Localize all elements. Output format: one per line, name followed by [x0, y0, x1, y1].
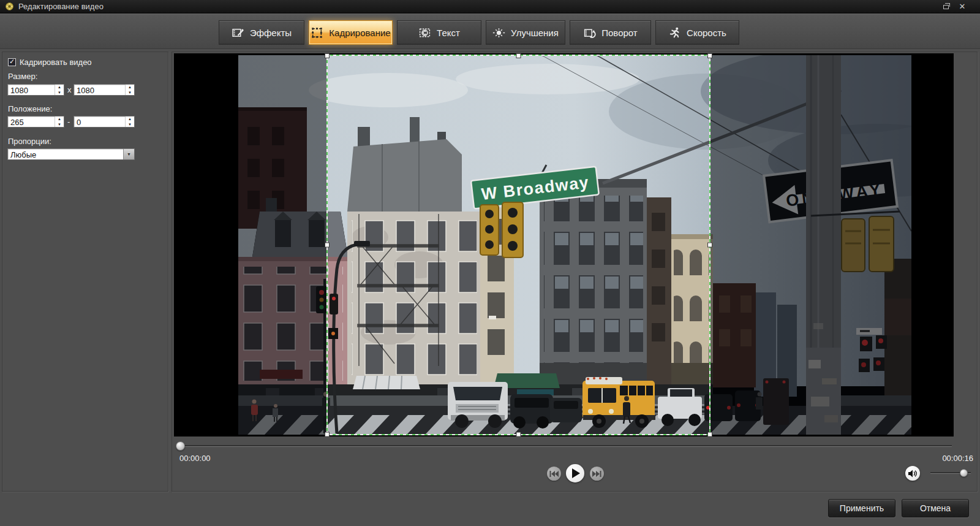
position-y-decrement[interactable]: ▼	[126, 122, 134, 128]
crop-handle-bottom-middle[interactable]	[516, 432, 521, 436]
tab-label: Кадрирование	[329, 28, 390, 38]
size-label: Размер:	[8, 72, 37, 81]
restore-button[interactable]	[941, 2, 952, 12]
position-y-value[interactable]: 0	[77, 118, 81, 127]
timeline-slider[interactable]	[178, 445, 952, 447]
crop-handle-right-middle[interactable]	[708, 243, 712, 247]
app-icon	[5, 2, 14, 11]
traffic-signals-center	[480, 202, 523, 257]
preview-panel: ONE WAY	[172, 51, 978, 492]
building-cream-right	[671, 234, 713, 384]
crop-handle-left-middle[interactable]	[325, 243, 330, 247]
crop-handle-top-left[interactable]	[325, 54, 330, 58]
building-white	[347, 117, 480, 386]
crop-width-spinner[interactable]: 1080 ▲ ▼	[7, 84, 64, 96]
video-frame: ONE WAY	[174, 53, 954, 436]
position-y-increment[interactable]: ▲	[126, 116, 134, 122]
crop-height-value[interactable]: 1080	[77, 86, 94, 95]
position-x-spinner[interactable]: 265 ▲ ▼	[7, 116, 64, 128]
crop-handle-top-middle[interactable]	[516, 54, 521, 58]
crop-height-decrement[interactable]: ▼	[126, 90, 134, 96]
skip-back-button[interactable]	[547, 467, 561, 481]
position-y-spinner[interactable]: 0 ▲ ▼	[74, 116, 135, 128]
tab-label: Скорость	[687, 28, 726, 38]
apply-button[interactable]: Применить	[828, 499, 895, 517]
crop-video-label: Кадрировать видео	[20, 58, 92, 67]
check-icon: ✓	[9, 58, 15, 66]
window-title: Редактирование видео	[18, 2, 104, 11]
building-stone	[540, 179, 647, 384]
position-x-decrement[interactable]: ▼	[55, 122, 64, 128]
crop-handle-top-right[interactable]	[708, 54, 712, 58]
tab-label: Поворот	[601, 28, 638, 38]
effects-icon	[232, 26, 244, 39]
crop-handle-bottom-left[interactable]	[325, 432, 330, 436]
crop-handle-bottom-right[interactable]	[708, 432, 712, 436]
crop-options-panel: ✓ Кадрировать видео Размер: 1080 ▲ ▼ x 1…	[2, 51, 168, 492]
play-icon	[572, 468, 581, 478]
current-time: 00:00:00	[179, 454, 211, 463]
video-preview: ONE WAY	[174, 53, 954, 436]
total-time: 00:00:16	[942, 454, 973, 463]
speed-icon	[668, 26, 681, 39]
crop-height-spinner[interactable]: 1080 ▲ ▼	[74, 84, 135, 96]
tab-label: Улучшения	[511, 28, 559, 38]
tab-label: Эффекты	[250, 28, 292, 38]
video-edit-window: Редактирование видео ✕ Эффекты	[0, 0, 980, 526]
skip-forward-icon	[592, 470, 601, 478]
tab-label: Текст	[437, 28, 460, 38]
tab-text[interactable]: Текст	[397, 20, 481, 45]
crop-video-checkbox[interactable]: ✓	[8, 58, 16, 66]
position-x-increment[interactable]: ▲	[55, 116, 64, 122]
crop-width-increment[interactable]: ▲	[55, 85, 64, 90]
proportions-label: Пропорции:	[8, 137, 51, 146]
crop-height-increment[interactable]: ▲	[126, 85, 134, 90]
dark-sedan	[550, 398, 582, 422]
volume-thumb[interactable]	[960, 469, 968, 477]
enhance-icon	[492, 26, 505, 39]
tab-enhance[interactable]: Улучшения	[486, 20, 565, 45]
size-separator: x	[67, 85, 72, 94]
skip-forward-button[interactable]	[590, 467, 604, 481]
position-x-value[interactable]: 265	[10, 118, 24, 127]
tab-effects[interactable]: Эффекты	[219, 20, 304, 45]
timeline-thumb[interactable]	[176, 441, 185, 451]
position-separator: -	[67, 117, 70, 126]
title-bar: Редактирование видео ✕	[0, 0, 980, 13]
play-button[interactable]	[566, 464, 584, 482]
cancel-button[interactable]: Отмена	[902, 499, 969, 517]
crop-icon	[311, 26, 323, 39]
crop-width-value[interactable]: 1080	[10, 86, 28, 95]
text-icon	[418, 26, 431, 39]
toolbar: Эффекты Кадрирование Текст	[0, 13, 980, 49]
rotate-icon	[583, 26, 596, 39]
dark-suv	[510, 394, 553, 429]
proportions-dropdown[interactable]: Любые ▼	[7, 148, 135, 160]
close-button[interactable]: ✕	[957, 2, 968, 12]
tab-speed[interactable]: Скорость	[655, 20, 739, 45]
position-label: Положение:	[8, 104, 52, 113]
volume-button[interactable]	[905, 466, 920, 481]
tab-bar: Эффекты Кадрирование Текст	[219, 20, 739, 45]
skip-back-icon	[549, 470, 559, 478]
dropdown-arrow-icon[interactable]: ▼	[123, 149, 134, 159]
proportions-value: Любые	[10, 150, 36, 159]
tab-crop[interactable]: Кадрирование	[309, 20, 393, 45]
crop-width-decrement[interactable]: ▼	[55, 90, 64, 96]
speaker-icon	[908, 470, 917, 478]
tab-rotate[interactable]: Поворот	[570, 20, 651, 45]
